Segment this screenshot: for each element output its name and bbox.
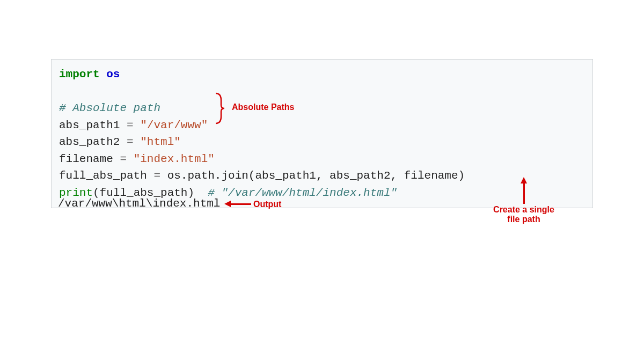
equals-op: =	[153, 170, 160, 182]
code-line-3: abs_path1 = "/var/www"	[59, 117, 585, 134]
code-line-4: abs_path2 = "html"	[59, 134, 585, 151]
equals-op: =	[120, 153, 127, 165]
equals-op: =	[127, 136, 134, 148]
string-literal: "html"	[134, 136, 181, 148]
var-full-abs-path: full_abs_path	[59, 170, 153, 182]
var-filename: filename	[59, 153, 120, 165]
call-join: os.path.join(abs_path1, abs_path2, filen…	[160, 170, 465, 182]
annotation-single-path: Create a single file path	[486, 205, 561, 224]
brace-icon	[215, 92, 225, 122]
string-literal: "/var/www"	[134, 119, 208, 131]
code-block: import os # Absolute path abs_path1 = "/…	[51, 59, 593, 208]
code-line-5: filename = "index.html"	[59, 151, 585, 168]
string-literal: "index.html"	[127, 153, 215, 165]
module-name: os	[100, 68, 120, 80]
annotation-absolute-paths: Absolute Paths	[232, 102, 294, 112]
code-line-1: import os	[59, 66, 585, 83]
var-abs-path2: abs_path2	[59, 136, 127, 148]
comment-text: # Absolute path	[59, 102, 160, 114]
arrow-left-icon	[224, 201, 251, 207]
equals-op: =	[127, 119, 134, 131]
annotation-output: Output	[253, 200, 281, 209]
arrow-up-icon	[521, 177, 527, 204]
output-text: /var/www\html\index.html	[58, 197, 220, 210]
code-line-comment: # Absolute path	[59, 100, 585, 117]
comment-output: # "/var/www/html/index.html"	[208, 187, 397, 199]
code-line-blank	[59, 83, 585, 100]
import-keyword: import	[59, 68, 100, 80]
var-abs-path1: abs_path1	[59, 119, 127, 131]
code-line-6: full_abs_path = os.path.join(abs_path1, …	[59, 167, 585, 185]
